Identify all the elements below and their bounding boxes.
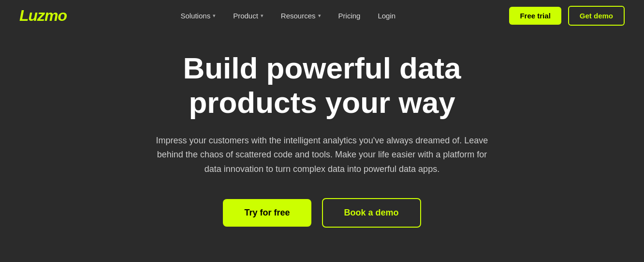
nav-login[interactable]: Login	[378, 12, 395, 20]
chevron-down-icon: ▾	[261, 13, 263, 19]
get-demo-button[interactable]: Get demo	[568, 6, 625, 26]
hero-subtitle: Impress your customers with the intellig…	[148, 134, 496, 177]
hero-title: Build powerful data products your way	[124, 51, 520, 120]
nav-resources[interactable]: Resources ▾	[281, 12, 321, 20]
nav-product[interactable]: Product ▾	[233, 12, 263, 20]
free-trial-button[interactable]: Free trial	[509, 7, 561, 25]
nav-links: Solutions ▾ Product ▾ Resources ▾ Pricin…	[180, 12, 395, 20]
book-demo-button[interactable]: Book a demo	[322, 198, 421, 228]
chevron-down-icon: ▾	[318, 13, 321, 19]
hero-section: Build powerful data products your way Im…	[0, 31, 644, 242]
hero-buttons: Try for free Book a demo	[223, 198, 421, 228]
nav-pricing[interactable]: Pricing	[338, 12, 361, 20]
nav-actions: Free trial Get demo	[509, 6, 625, 26]
try-free-button[interactable]: Try for free	[223, 199, 311, 227]
chevron-down-icon: ▾	[213, 13, 216, 19]
navbar: Luzmo Solutions ▾ Product ▾ Resources ▾ …	[0, 0, 644, 31]
logo[interactable]: Luzmo	[19, 7, 67, 25]
nav-solutions[interactable]: Solutions ▾	[180, 12, 216, 20]
